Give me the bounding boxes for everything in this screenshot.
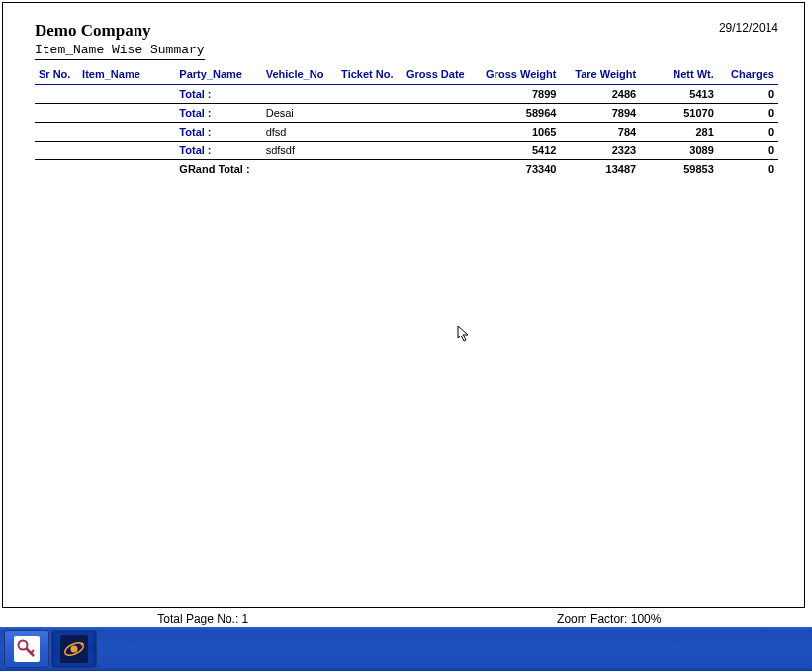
taskbar xyxy=(0,627,812,671)
row-gross: 5412 xyxy=(475,142,561,160)
grand-tare: 13487 xyxy=(560,160,640,179)
row-vehicle: Desai xyxy=(262,104,337,123)
table-row: Total : 7899 2486 5413 0 xyxy=(35,85,778,104)
svg-point-7 xyxy=(81,643,84,646)
row-tare: 784 xyxy=(560,123,640,142)
col-srno: Sr No. xyxy=(35,66,78,85)
row-charges: 0 xyxy=(718,104,778,123)
row-vehicle: dfsd xyxy=(262,123,337,142)
row-vehicle: sdfsdf xyxy=(262,142,337,160)
row-tare: 2486 xyxy=(560,85,640,104)
col-ticket: Ticket No. xyxy=(337,66,403,85)
row-charges: 0 xyxy=(718,123,778,142)
report-page: Demo Company 29/12/2014 Item_Name Wise S… xyxy=(2,2,805,608)
table-row: Total : Desai 58964 7894 51070 0 xyxy=(35,104,778,123)
row-tare: 2323 xyxy=(560,142,640,160)
col-vehicle: Vehicle_No xyxy=(262,66,337,85)
grand-gross: 73340 xyxy=(475,160,561,179)
grand-nett: 59853 xyxy=(640,160,718,179)
status-zoom: Zoom Factor: 100% xyxy=(406,612,813,627)
grand-total-row: GRand Total : 73340 13487 59853 0 xyxy=(35,160,778,179)
report-header: Demo Company 29/12/2014 xyxy=(35,21,778,41)
col-nettwt: Nett Wt. xyxy=(640,66,718,85)
taskbar-app-2[interactable] xyxy=(51,630,97,668)
row-gross: 58964 xyxy=(475,104,561,123)
row-vehicle xyxy=(262,85,337,104)
col-grossdate: Gross Date xyxy=(403,66,475,85)
row-charges: 0 xyxy=(718,142,778,160)
cursor-icon xyxy=(457,325,471,344)
table-row: Total : dfsd 1065 784 281 0 xyxy=(35,123,778,142)
row-tare: 7894 xyxy=(560,104,640,123)
status-bar: Total Page No.: 1 Zoom Factor: 100% xyxy=(0,610,812,627)
taskbar-app-1[interactable] xyxy=(4,630,49,668)
report-subtitle: Item_Name Wise Summary xyxy=(35,43,205,60)
company-title: Demo Company xyxy=(35,21,151,41)
col-party: Party_Name xyxy=(175,66,261,85)
col-tareweight: Tare Weight xyxy=(560,66,640,85)
row-nett: 51070 xyxy=(640,104,718,123)
col-charges: Charges xyxy=(718,66,778,85)
row-charges: 0 xyxy=(718,85,778,104)
table-header: Sr No. Item_Name Party_Name Vehicle_No T… xyxy=(35,66,778,85)
report-table: Sr No. Item_Name Party_Name Vehicle_No T… xyxy=(35,66,778,178)
col-grossweight: Gross Weight xyxy=(475,66,561,85)
status-page: Total Page No.: 1 xyxy=(0,612,406,627)
row-nett: 281 xyxy=(640,123,718,142)
row-label: Total : xyxy=(175,142,261,160)
report-date: 29/12/2014 xyxy=(719,21,778,35)
row-label: Total : xyxy=(175,104,261,123)
orbit-icon xyxy=(60,635,88,663)
row-label: Total : xyxy=(175,123,261,142)
grand-label: GRand Total : xyxy=(175,160,337,179)
key-icon xyxy=(14,636,40,662)
row-gross: 1065 xyxy=(475,123,561,142)
grand-charges: 0 xyxy=(718,160,778,179)
row-nett: 3089 xyxy=(640,142,718,160)
table-row: Total : sdfsdf 5412 2323 3089 0 xyxy=(35,142,778,160)
row-gross: 7899 xyxy=(475,85,561,104)
col-item: Item_Name xyxy=(78,66,175,85)
svg-point-6 xyxy=(71,646,78,653)
row-label: Total : xyxy=(175,85,261,104)
row-nett: 5413 xyxy=(640,85,718,104)
